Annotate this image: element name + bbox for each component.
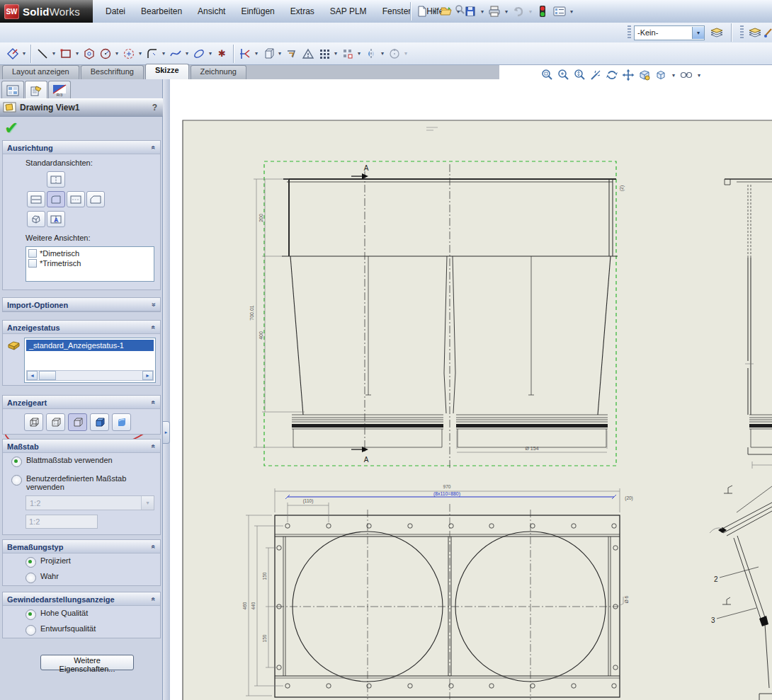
radio-icon[interactable] xyxy=(25,557,36,568)
shaded-button[interactable] xyxy=(112,413,131,431)
section-massstab-header[interactable]: Maßstab « xyxy=(3,440,160,453)
grid-tool-icon[interactable] xyxy=(316,45,332,62)
trim-tool-icon[interactable] xyxy=(237,45,253,62)
view-orientation-icon[interactable] xyxy=(654,68,668,82)
layer-combo-arrow[interactable]: ▾ xyxy=(692,27,704,39)
view-front-button[interactable] xyxy=(27,191,45,207)
dimension-text[interactable]: 150 xyxy=(262,572,267,580)
menu-einfuegen[interactable]: Einfügen xyxy=(233,1,282,23)
horizontal-scrollbar[interactable]: ◄ ► xyxy=(26,370,154,381)
dimension-text[interactable]: (20) xyxy=(625,495,633,501)
balloon-3[interactable]: 3 xyxy=(711,616,715,624)
section-anzeigeart-header[interactable]: Anzeigeart « xyxy=(3,396,160,409)
display-state-listbox[interactable]: _standard_Anzeigestatus-1 ◄ ► xyxy=(24,338,156,383)
tab-beschriftung[interactable]: Beschriftung xyxy=(81,65,144,79)
spline-tool-icon[interactable] xyxy=(167,45,183,62)
rotate-view-icon[interactable] xyxy=(605,68,619,82)
section-anzeigestatus-header[interactable]: Anzeigestatus « xyxy=(3,321,160,334)
dimension-text[interactable]: 700.01 xyxy=(249,305,254,321)
hole-pattern-dimension[interactable]: (8x110=880) xyxy=(433,491,460,497)
collapse-chevron-icon[interactable]: « xyxy=(150,444,158,449)
checkbox-icon[interactable] xyxy=(28,259,37,268)
section-gewinde-header[interactable]: Gewindedarstellungsanzeige « xyxy=(3,592,160,606)
line-tool-icon[interactable] xyxy=(34,45,50,62)
sap-r3-tab[interactable]: R/3 xyxy=(48,81,71,99)
hidden-lines-removed-button[interactable] xyxy=(68,413,87,431)
sketch-tool-icon[interactable] xyxy=(4,45,21,62)
ellipse-dropdown[interactable]: ▾ xyxy=(207,50,214,57)
wireframe-button[interactable] xyxy=(24,413,43,431)
polygon-tool-icon[interactable] xyxy=(81,45,97,62)
section-bemassungstyp-header[interactable]: Bemaßungstyp « xyxy=(3,540,160,553)
view-current-button[interactable] xyxy=(47,191,65,207)
sketch-dropdown[interactable]: ▾ xyxy=(21,50,28,57)
options-button[interactable] xyxy=(551,3,568,20)
offset-entities-tool-icon[interactable] xyxy=(283,45,300,62)
scrollbar-thumb[interactable] xyxy=(39,371,56,380)
radio-icon[interactable] xyxy=(25,625,36,636)
scroll-left-icon[interactable]: ◄ xyxy=(27,371,38,380)
tab-zeichnung[interactable]: Zeichnung xyxy=(191,65,246,79)
convert-entities-tool-icon[interactable] xyxy=(260,45,276,62)
menu-datei[interactable]: Datei xyxy=(98,1,133,23)
fillet-dropdown[interactable]: ▾ xyxy=(160,50,167,57)
view-hidden-button[interactable] xyxy=(67,191,85,207)
view-option-trimetrisch[interactable]: *Trimetrisch xyxy=(28,258,152,268)
collapse-chevron-icon[interactable]: « xyxy=(150,146,158,150)
expand-chevron-icon[interactable]: « xyxy=(150,303,158,307)
section-import-header[interactable]: Import-Optionen « xyxy=(3,298,160,311)
panel-collapse-arrow[interactable]: ► xyxy=(163,421,170,444)
custom-scale-radio-row[interactable]: Benutzerdefinierten Maßstab verwenden xyxy=(3,469,160,493)
mirror-tool-icon[interactable] xyxy=(363,45,379,62)
view-orientation-dropdown[interactable]: ▾ xyxy=(670,72,677,79)
collapse-chevron-icon[interactable]: « xyxy=(150,597,158,602)
layer-properties-icon[interactable] xyxy=(708,24,725,41)
line-dropdown[interactable]: ▾ xyxy=(50,50,57,57)
zoom-to-fit-icon[interactable] xyxy=(540,68,554,82)
ellipse-tool-icon[interactable] xyxy=(191,45,207,62)
circle-dropdown[interactable]: ▾ xyxy=(113,50,120,57)
scroll-right-icon[interactable]: ► xyxy=(142,371,153,380)
sheet-scale-radio-row[interactable]: Blattmaßstab verwenden xyxy=(3,453,160,469)
view-named-a-button[interactable]: A xyxy=(47,211,65,227)
arc-dropdown[interactable]: ▾ xyxy=(137,50,144,57)
view-top-button[interactable] xyxy=(47,171,65,188)
dimension-text[interactable]: 150 xyxy=(262,634,267,642)
line-format-icon[interactable] xyxy=(764,24,772,41)
zoom-in-out-icon[interactable] xyxy=(572,68,586,82)
pattern-dropdown[interactable]: ▾ xyxy=(356,50,363,57)
section-ausrichtung-header[interactable]: Ausrichtung « xyxy=(3,141,160,154)
zoom-to-area-icon[interactable] xyxy=(556,68,570,82)
pan-icon[interactable] xyxy=(621,68,635,82)
new-document-dropdown[interactable]: ▾ xyxy=(431,8,438,15)
toolbar-grip[interactable] xyxy=(740,25,744,40)
save-button[interactable] xyxy=(462,3,479,20)
more-views-listbox[interactable]: *Dimetrisch *Trimetrisch xyxy=(25,246,154,282)
mirror-dropdown[interactable]: ▾ xyxy=(379,50,386,57)
dimension-text[interactable]: (110) xyxy=(303,498,314,504)
save-dropdown[interactable]: ▾ xyxy=(479,8,486,15)
dimension-text[interactable]: 460 xyxy=(242,602,247,609)
drawing-viewport[interactable]: A A 700.01 200 400 (2) Ø 154 xyxy=(170,79,772,700)
hidden-lines-visible-button[interactable] xyxy=(46,413,65,431)
options-dropdown[interactable]: ▾ xyxy=(568,8,575,15)
trim-dropdown[interactable]: ▾ xyxy=(253,50,260,57)
undo-button[interactable] xyxy=(510,3,527,20)
collapse-chevron-icon[interactable]: « xyxy=(150,401,158,405)
dimension-text[interactable]: 970 xyxy=(443,484,451,489)
menu-bearbeiten[interactable]: Bearbeiten xyxy=(133,1,190,23)
radio-icon[interactable] xyxy=(25,609,36,620)
circular-pattern-tool-icon[interactable] xyxy=(386,45,402,62)
feature-manager-tab[interactable] xyxy=(1,81,24,99)
radio-icon[interactable] xyxy=(11,457,22,467)
traffic-light-icon[interactable] xyxy=(534,3,551,20)
drawing-sheet[interactable]: A A 700.01 200 400 (2) Ø 154 xyxy=(170,79,772,700)
dimension-text[interactable]: Ø 154 xyxy=(525,446,538,451)
display-style-icon[interactable] xyxy=(679,68,693,82)
view-isometric-button[interactable] xyxy=(27,211,45,227)
layer-combo[interactable]: -Kein- ▾ xyxy=(634,25,705,40)
collapse-chevron-icon[interactable]: « xyxy=(150,545,158,549)
draft-quality-radio-row[interactable]: Entwurfsqualität xyxy=(3,621,160,637)
collapse-chevron-icon[interactable]: « xyxy=(150,326,158,330)
dimension-text[interactable]: 200 xyxy=(259,214,263,222)
